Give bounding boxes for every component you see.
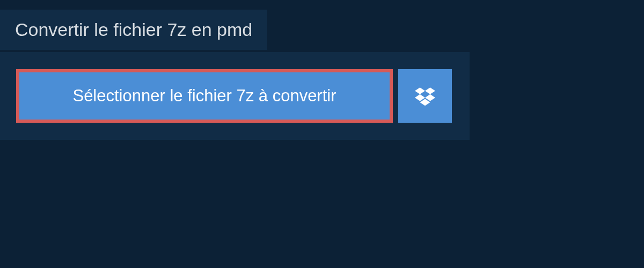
page-title: Convertir le fichier 7z en pmd	[15, 19, 252, 40]
button-row: Sélectionner le fichier 7z à convertir	[16, 69, 453, 123]
header-bar: Convertir le fichier 7z en pmd	[0, 10, 267, 50]
content-panel: Sélectionner le fichier 7z à convertir	[0, 52, 470, 140]
select-file-button[interactable]: Sélectionner le fichier 7z à convertir	[16, 69, 393, 123]
dropbox-icon	[415, 86, 435, 106]
dropbox-button[interactable]	[398, 69, 452, 123]
